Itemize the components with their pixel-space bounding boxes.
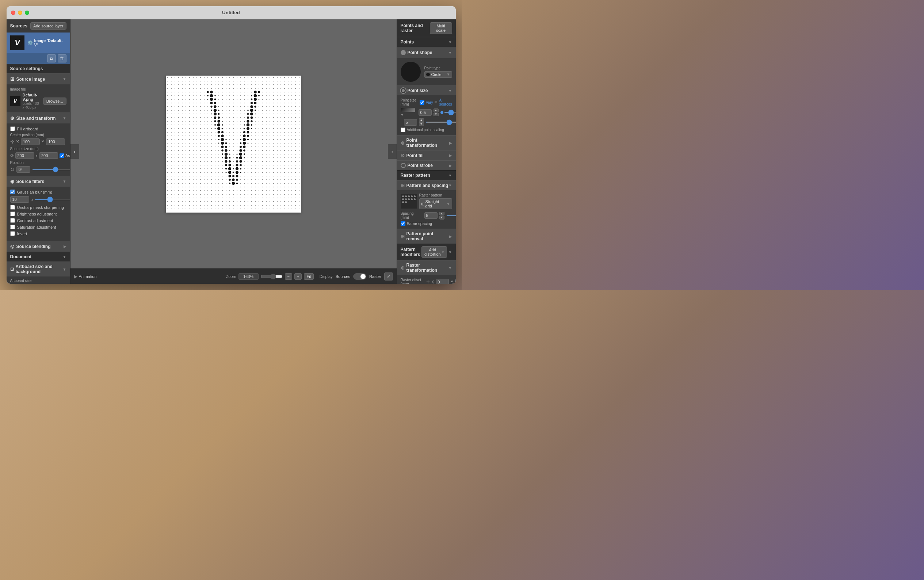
image-size: pixels 400 x 400 px [23,102,41,110]
ps-down-1[interactable]: ▼ [433,112,439,116]
aspect-checkbox[interactable] [59,153,64,158]
ps-slider-1[interactable] [444,112,456,113]
spacing-input[interactable] [424,212,438,219]
display-raster-option[interactable]: Raster [369,274,381,278]
pattern-point-removal-header[interactable]: ⊞ Pattern point removal ▶ [397,229,456,244]
source-image-section-header[interactable]: ⊞ Source image ▼ [7,73,70,84]
add-distortion-button[interactable]: Add distortion ▾ [422,246,447,258]
gaussian-blur-input[interactable] [10,196,29,203]
multi-scale-button[interactable]: Multi scale [430,22,452,34]
delete-source-button[interactable]: 🗑 [58,54,66,63]
gradient-bar [401,108,415,112]
ps-slider-2[interactable] [426,122,456,123]
document-chevron: ▼ [63,255,66,259]
animation-button[interactable]: ▶ Animation [74,274,97,279]
gaussian-blur-checkbox[interactable] [10,189,15,194]
point-size-input-1[interactable] [418,109,432,116]
rotation-input[interactable] [16,166,30,173]
brightness-checkbox[interactable] [10,211,15,216]
image-thumb: V [10,96,20,106]
center-y-input[interactable] [46,138,65,145]
point-shape-header[interactable]: Point shape ▼ [397,47,456,58]
display-sources-option[interactable]: Sources [336,274,350,278]
zoom-slider[interactable] [261,274,283,279]
unsharp-checkbox[interactable] [10,205,15,210]
fit-button[interactable]: Fit [304,273,313,280]
point-type-area: Point type Circle ▼ [397,58,456,86]
canvas-container [71,19,397,269]
vary-label: Vary [426,101,433,104]
source-blending-header[interactable]: ◎ Source blending ▶ [7,241,70,252]
invert-checkbox[interactable] [10,231,15,236]
same-spacing-checkbox[interactable] [401,221,405,226]
circle-icon [426,72,430,76]
right-panel-title: Points and raster [401,23,430,33]
point-size-icon [401,88,406,93]
fullscreen-button[interactable] [25,11,29,15]
raster-pattern-section[interactable]: Raster pattern ▼ [397,170,456,180]
vary-checkbox[interactable] [420,100,424,105]
width-input[interactable] [15,152,35,159]
additional-scaling-checkbox[interactable] [401,127,405,132]
display-toggle[interactable] [353,273,366,280]
traffic-lights [11,11,29,15]
gaussian-blur-slider[interactable] [35,199,70,200]
duplicate-source-button[interactable]: ⧉ [47,54,56,63]
raster-pattern-select[interactable]: ⊞ Straight grid ▼ [419,198,452,209]
raster-content: Raster offset (mm) ✛ X Y Raster rotation… [397,275,456,284]
minimize-button[interactable] [18,11,22,15]
pattern-spacing-header[interactable]: ⊞ Pattern and spacing ▼ [397,180,456,190]
point-stroke-header[interactable]: Point stroke ▶ [397,160,456,170]
spacing-slider[interactable] [446,215,456,216]
nav-right-button[interactable]: › [388,144,397,159]
point-fill-header[interactable]: ⊘ Point fill ▶ [397,150,456,160]
browse-button[interactable]: Browse... [43,97,66,105]
fullscreen-btn[interactable]: ⤢ [384,272,393,280]
rotation-slider[interactable] [32,169,71,170]
sources-header: Sources Add source layer [7,19,70,33]
document-header[interactable]: Document ▼ [7,252,70,262]
display-label: Display [320,274,333,278]
zoom-plus-button[interactable]: + [294,273,301,280]
point-type-select[interactable]: Circle ▼ [424,71,452,78]
artboard-section[interactable]: ⊡ Artboard size and background ▼ [7,262,70,277]
raster-offset-label: Raster offset (mm) [401,278,424,284]
fill-artboard-checkbox[interactable] [10,126,15,131]
ps-down-2[interactable]: ▼ [419,122,424,126]
source-icon: V [10,35,25,50]
zoom-display[interactable]: 163% [239,273,259,280]
zoom-minus-button[interactable]: − [285,273,292,280]
nav-left-button[interactable]: ‹ [71,144,79,159]
raster-pattern-preview [401,194,417,209]
spacing-label: Spacing (mm) [401,211,423,219]
pf-chevron: ▶ [449,153,452,157]
point-transformation-header[interactable]: ⊛ Point transformation ▶ [397,135,456,150]
point-size-label: Point size (mm) [401,98,420,106]
saturation-checkbox[interactable] [10,225,15,229]
source-filters-header[interactable]: ◉ Source filters ▼ [7,176,70,187]
points-section-header[interactable]: Points ▼ [397,37,456,47]
toggle-knob [361,274,366,279]
point-size-input-2[interactable] [404,119,417,126]
artboard-content: Artboard size 200 x 200 mm Change size..… [7,277,70,284]
close-button[interactable] [11,11,15,15]
add-source-button[interactable]: Add source layer [30,22,66,30]
source-actions: ⧉ 🗑 [7,53,70,64]
spacing-down[interactable]: ▼ [439,216,445,219]
center-x-input[interactable] [21,138,40,145]
rt-chevron: ▼ [448,266,452,270]
ps-up-1[interactable]: ▲ [433,109,439,112]
spacing-up[interactable]: ▲ [439,212,445,216]
point-size-header[interactable]: Point size ▼ [397,86,456,96]
ps-up-2[interactable]: ▲ [419,118,424,122]
source-size-label: Source size (mm) [10,147,66,151]
contrast-checkbox[interactable] [10,218,15,223]
source-item[interactable]: V ⚙️ Image 'Default-V' [7,33,70,53]
raster-y-input[interactable] [455,278,456,284]
raster-x-input[interactable] [436,278,449,284]
raster-transform-header[interactable]: ⊕ Raster transformation ▼ [397,260,456,275]
size-transform-header[interactable]: ⊕ Size and transform ▼ [7,112,70,124]
source-filters-chevron: ▼ [63,180,66,183]
source-image-content: Image file V Default-V.png pixels 400 x … [7,84,70,112]
height-input[interactable] [39,152,58,159]
